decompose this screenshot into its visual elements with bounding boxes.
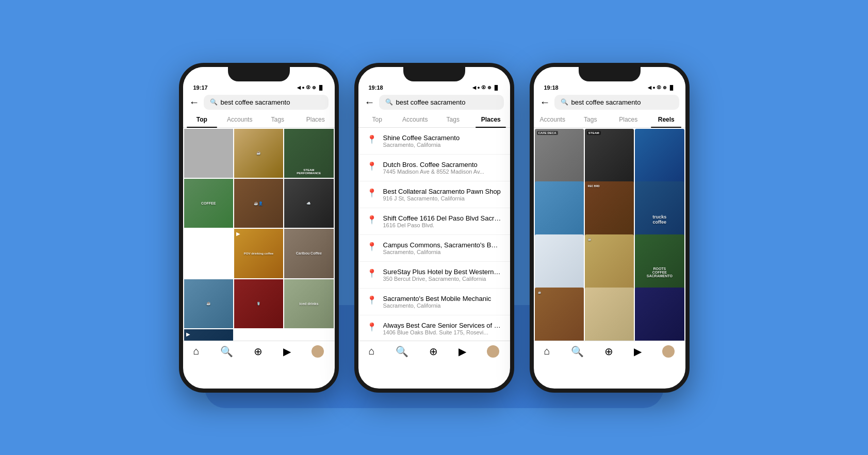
tab-places-3[interactable]: Places [610,113,648,127]
create-icon-1[interactable]: ⊕ [254,345,263,358]
time-2: 19:18 [369,85,383,91]
place-item-4[interactable]: 📍 Shift Coffee 1616 Del Paso Blvd Sacra.… [358,208,510,235]
search-bar-1[interactable]: 🔍 best coffee sacramento [204,95,329,110]
place-info-8: Always Best Care Senior Services of G...… [383,322,502,335]
grid-cell-11: iced drinks [284,279,333,328]
battery-icon: ▐▌ [318,85,324,90]
place-addr-2: 7445 Madison Ave & 8552 Madison Av... [383,168,502,175]
status-bar-2: 19:18 ◀ ● ⦿ ⊕ ▐▌ [358,81,510,92]
back-button-3[interactable]: ← [540,96,550,108]
place-info-2: Dutch Bros. Coffee Sacramento 7445 Madis… [383,161,502,175]
phone-2: 19:18 ◀ ● ⦿ ⊕ ▐▌ ← 🔍 best coffee sacrame… [354,63,514,393]
grid-cell-3: STEAMPERFORMANCE [284,129,333,178]
search-header-1: ← 🔍 best coffee sacramento [183,92,335,110]
tab-reels-3[interactable]: Reels [647,113,685,127]
phone-3: 19:18 ◀ ● ⦿ ⊕ ▐▌ ← 🔍 best coffee sacrame… [530,63,690,393]
search-nav-icon-2[interactable]: 🔍 [396,345,408,358]
tabs-2: Top Accounts Tags Places [358,110,510,128]
photo-grid-1: ☕ STEAMPERFORMANCE COFFEE ☕👤 [183,128,335,341]
pin-icon-4: 📍 [367,215,377,225]
place-item-3[interactable]: 📍 Best Collateral Sacramento Pawn Shop 9… [358,181,510,208]
tab-tags-1[interactable]: Tags [259,113,297,127]
place-name-3: Best Collateral Sacramento Pawn Shop [383,188,502,195]
search-icon-3: 🔍 [561,98,568,106]
grid-cell-7: POV drinking coffee ▶ [234,229,283,278]
place-addr-3: 916 J St, Sacramento, California [383,195,502,201]
reel-12[interactable]: Why coffee is a miracle from god ▶ 789 т… [635,288,684,341]
reels-icon-1[interactable]: ▶ [283,345,291,358]
tabs-3: Accounts Tags Places Reels [534,110,685,128]
place-item-7[interactable]: 📍 Sacramento's Best Mobile Mechanic Sacr… [358,289,510,315]
status-bar-1: 19:17 ◀ ● ⦿ ⊕ ▐▌ [183,81,335,92]
search-text-2: best coffee sacramento [396,98,466,106]
phone-1-screen: 19:17 ◀ ● ⦿ ⊕ ▐▌ ← 🔍 best coffee sacrame… [183,67,335,363]
search-nav-icon-3[interactable]: 🔍 [571,345,584,358]
search-bar-3[interactable]: 🔍 best coffee sacramento [554,95,679,110]
place-item-8[interactable]: 📍 Always Best Care Senior Services of G.… [358,315,510,341]
place-name-5: Campus Commons, Sacramento's Bes... [383,241,502,249]
create-icon-3[interactable]: ⊕ [604,345,613,358]
place-addr-5: Sacramento, California [383,249,502,255]
place-item-2[interactable]: 📍 Dutch Bros. Coffee Sacramento 7445 Mad… [358,155,510,181]
bottom-nav-1: ⌂ 🔍 ⊕ ▶ [183,341,335,363]
tab-top-1[interactable]: Top [183,113,221,127]
tab-top-2[interactable]: Top [358,113,397,127]
place-info-4: Shift Coffee 1616 Del Paso Blvd Sacra...… [383,214,502,228]
tab-accounts-3[interactable]: Accounts [534,113,572,127]
home-icon-3[interactable]: ⌂ [544,345,550,357]
back-button-2[interactable]: ← [365,96,375,108]
place-info-5: Campus Commons, Sacramento's Bes... Sacr… [383,241,502,255]
create-icon-2[interactable]: ⊕ [429,345,438,358]
grid-cell-5: ☕👤 [234,179,283,228]
profile-avatar-2[interactable] [487,345,499,358]
tab-accounts-1[interactable]: Accounts [221,113,259,127]
grid-cell-8: Caribou Coffee [284,229,333,278]
signal-icon-2: ◀ ● ⦿ ⊕ [472,85,492,90]
search-bar-2[interactable]: 🔍 best coffee sacramento [379,95,504,110]
place-item-6[interactable]: 📍 SureStay Plus Hotel by Best Western S.… [358,262,510,289]
battery-icon-2: ▐▌ [493,85,500,90]
search-header-3: ← 🔍 best coffee sacramento [534,92,685,110]
place-item-5[interactable]: 📍 Campus Commons, Sacramento's Bes... Sa… [358,235,510,262]
back-button-1[interactable]: ← [189,96,200,108]
reels-icon-2[interactable]: ▶ [458,345,466,358]
pin-icon-5: 📍 [367,242,377,251]
place-item-1[interactable]: 📍 Shine Coffee Sacramento Sacramento, Ca… [358,128,510,155]
tab-tags-3[interactable]: Tags [571,113,610,127]
grid-cell-12: BEST COFFEESIN NH ▶ [184,329,233,341]
search-nav-icon-1[interactable]: 🔍 [220,345,233,358]
pin-icon-3: 📍 [367,188,377,198]
grid-cell-2: ☕ [234,129,283,178]
battery-icon-3: ▐▌ [668,85,675,90]
tab-tags-2[interactable]: Tags [434,113,472,127]
tab-places-1[interactable]: Places [297,113,335,127]
signal-icon: ◀ ● ⦿ ⊕ [297,85,316,90]
place-info-1: Shine Coffee Sacramento Sacramento, Cali… [383,134,502,148]
place-name-2: Dutch Bros. Coffee Sacramento [383,161,502,168]
phone-1-wrapper: 19:17 ◀ ● ⦿ ⊕ ▐▌ ← 🔍 best coffee sacrame… [179,63,339,393]
status-icons-1: ◀ ● ⦿ ⊕ ▐▌ [297,85,324,90]
place-name-6: SureStay Plus Hotel by Best Western S... [383,268,502,276]
home-icon-2[interactable]: ⌂ [369,345,375,357]
reels-icon-3[interactable]: ▶ [634,345,642,358]
profile-avatar-3[interactable] [662,345,675,358]
place-addr-4: 1616 Del Paso Blvd. [383,222,502,228]
status-bar-3: 19:18 ◀ ● ⦿ ⊕ ▐▌ [534,81,685,92]
tabs-1: Top Accounts Tags Places [183,110,335,128]
tab-places-2[interactable]: Places [472,113,510,127]
grid-cell-4: COFFEE [184,179,233,228]
pin-icon-8: 📍 [367,322,377,332]
tab-accounts-2[interactable]: Accounts [396,113,434,127]
profile-avatar-1[interactable] [312,345,324,358]
reel-11[interactable]: ▶ 7 796 [585,288,634,341]
phone-2-wrapper: 19:18 ◀ ● ⦿ ⊕ ▐▌ ← 🔍 best coffee sacrame… [354,63,514,393]
signal-icon-3: ◀ ● ⦿ ⊕ [648,85,667,90]
pin-icon-6: 📍 [367,268,377,278]
grid-cell-6: ☁️ [284,179,333,228]
pin-icon-1: 📍 [367,134,377,144]
reel-10[interactable]: ☕ ▶ 95,8 тыс. [535,288,584,341]
home-icon-1[interactable]: ⌂ [193,345,200,357]
place-info-7: Sacramento's Best Mobile Mechanic Sacram… [383,295,502,309]
place-name-1: Shine Coffee Sacramento [383,134,502,142]
place-addr-7: Sacramento, California [383,302,502,309]
